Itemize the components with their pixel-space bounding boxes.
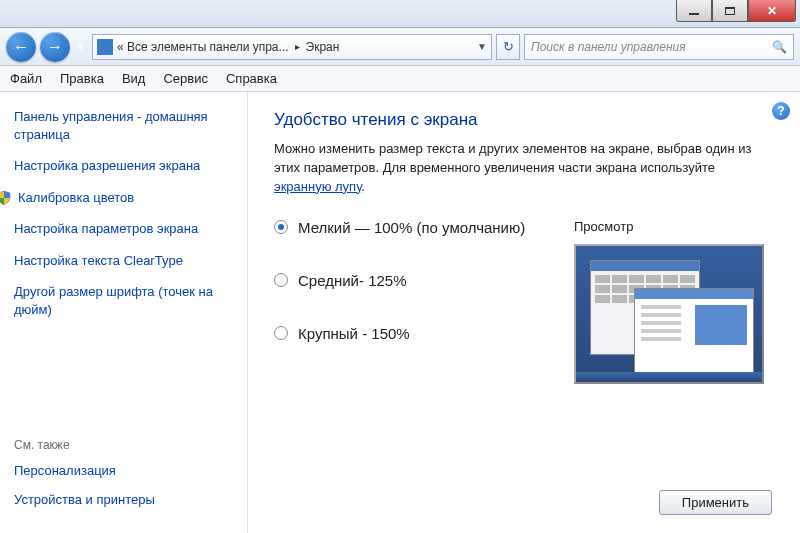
- option-medium[interactable]: Средний- 125%: [274, 272, 544, 289]
- window-controls: ✕: [676, 0, 796, 22]
- arrow-left-icon: ←: [13, 38, 29, 56]
- sidebar-font-size-link[interactable]: Другой размер шрифта (точек на дюйм): [14, 283, 233, 318]
- close-button[interactable]: ✕: [748, 0, 796, 22]
- option-small[interactable]: Мелкий — 100% (по умолчанию): [274, 219, 544, 236]
- minimize-button[interactable]: [676, 0, 712, 22]
- chevron-right-icon: ▸: [295, 41, 300, 52]
- display-icon: [97, 39, 113, 55]
- main-pane: ? Удобство чтения с экрана Можно изменит…: [248, 92, 800, 533]
- option-large[interactable]: Крупный - 150%: [274, 325, 544, 342]
- sidebar-home-link[interactable]: Панель управления - домашняя страница: [14, 108, 233, 143]
- option-medium-label: Средний- 125%: [298, 272, 407, 289]
- breadcrumb-item-1[interactable]: Все элементы панели упра...: [127, 40, 289, 54]
- radio-group: Мелкий — 100% (по умолчанию) Средний- 12…: [274, 219, 544, 378]
- maximize-icon: [725, 7, 735, 15]
- option-large-label: Крупный - 150%: [298, 325, 410, 342]
- sidebar-resolution-link[interactable]: Настройка разрешения экрана: [14, 157, 233, 175]
- radio-medium[interactable]: [274, 273, 288, 287]
- control-panel-window: ✕ ← → ▼ « Все элементы панели упра... ▸ …: [0, 0, 800, 533]
- menu-view[interactable]: Вид: [122, 71, 146, 86]
- search-icon[interactable]: 🔍: [772, 40, 787, 54]
- menubar: Файл Правка Вид Сервис Справка: [0, 66, 800, 92]
- radio-large[interactable]: [274, 326, 288, 340]
- refresh-icon: ↻: [503, 39, 514, 54]
- description-end: .: [361, 179, 365, 194]
- sidebar-see-also: См. также Персонализация Устройства и пр…: [14, 438, 233, 521]
- search-placeholder: Поиск в панели управления: [531, 40, 686, 54]
- option-small-label: Мелкий — 100% (по умолчанию): [298, 219, 525, 236]
- minimize-icon: [689, 13, 699, 15]
- search-input[interactable]: Поиск в панели управления 🔍: [524, 34, 794, 60]
- shield-icon: [0, 190, 12, 206]
- sidebar-display-params-link[interactable]: Настройка параметров экрана: [14, 220, 233, 238]
- magnifier-link[interactable]: экранную лупу: [274, 179, 361, 194]
- radio-small[interactable]: [274, 220, 288, 234]
- scaling-options: Мелкий — 100% (по умолчанию) Средний- 12…: [274, 219, 774, 384]
- preview-window-front: [634, 288, 754, 376]
- preview-column: Просмотр: [574, 219, 774, 384]
- navbar: ← → ▼ « Все элементы панели упра... ▸ Эк…: [0, 28, 800, 66]
- forward-button[interactable]: →: [40, 32, 70, 62]
- description-text: Можно изменить размер текста и других эл…: [274, 141, 751, 175]
- menu-service[interactable]: Сервис: [163, 71, 208, 86]
- apply-button[interactable]: Применить: [659, 490, 772, 515]
- preview-label: Просмотр: [574, 219, 774, 234]
- maximize-button[interactable]: [712, 0, 748, 22]
- titlebar: ✕: [0, 0, 800, 28]
- sidebar-calibration-link[interactable]: Калибровка цветов: [18, 189, 134, 207]
- refresh-button[interactable]: ↻: [496, 34, 520, 60]
- sidebar-devices-link[interactable]: Устройства и принтеры: [14, 491, 233, 509]
- sidebar: Панель управления - домашняя страница На…: [0, 92, 248, 533]
- address-bar[interactable]: « Все элементы панели упра... ▸ Экран ▼: [92, 34, 492, 60]
- see-also-heading: См. также: [14, 438, 233, 452]
- preview-image: [574, 244, 764, 384]
- menu-file[interactable]: Файл: [10, 71, 42, 86]
- close-icon: ✕: [767, 4, 777, 18]
- page-title: Удобство чтения с экрана: [274, 110, 774, 130]
- help-button[interactable]: ?: [772, 102, 790, 120]
- menu-help[interactable]: Справка: [226, 71, 277, 86]
- description: Можно изменить размер текста и других эл…: [274, 140, 774, 197]
- menu-edit[interactable]: Правка: [60, 71, 104, 86]
- address-dropdown-icon[interactable]: ▼: [477, 41, 487, 52]
- sidebar-personalization-link[interactable]: Персонализация: [14, 462, 233, 480]
- body: Панель управления - домашняя страница На…: [0, 92, 800, 533]
- history-dropdown[interactable]: ▼: [74, 37, 88, 57]
- breadcrumb-item-2[interactable]: Экран: [306, 40, 340, 54]
- sidebar-cleartype-link[interactable]: Настройка текста ClearType: [14, 252, 233, 270]
- arrow-right-icon: →: [47, 38, 63, 56]
- back-button[interactable]: ←: [6, 32, 36, 62]
- help-icon: ?: [777, 104, 784, 118]
- breadcrumb-prefix: «: [117, 40, 124, 54]
